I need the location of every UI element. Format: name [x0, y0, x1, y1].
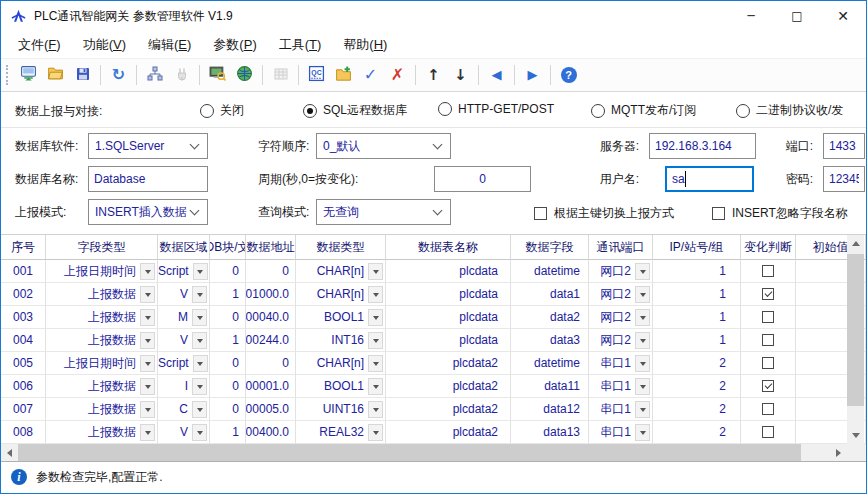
cell-field_type[interactable]: 上报日期时间: [46, 260, 158, 283]
change-checkbox[interactable]: [762, 357, 774, 369]
port-dropdown-button[interactable]: [635, 309, 650, 326]
cell-field[interactable]: datetime: [511, 260, 589, 283]
cell-no[interactable]: 002: [1, 283, 46, 306]
change-checkbox[interactable]: [762, 403, 774, 415]
col-header-area[interactable]: 数据区域: [158, 235, 210, 260]
delete-x-button[interactable]: ✗: [384, 62, 411, 88]
area-dropdown-button[interactable]: [192, 424, 207, 441]
move-up-button[interactable]: ↑: [420, 62, 447, 88]
port-dropdown-button[interactable]: [635, 378, 650, 395]
cell-db[interactable]: 0: [210, 260, 246, 283]
cell-area[interactable]: M: [158, 306, 210, 329]
cell-port[interactable]: 串口1: [589, 398, 653, 421]
add-group-button[interactable]: [330, 62, 357, 88]
cell-no[interactable]: 008: [1, 421, 46, 444]
cell-table[interactable]: plcdata2: [386, 421, 511, 444]
device-sync-button[interactable]: [15, 62, 42, 88]
dtype-dropdown-button[interactable]: [368, 309, 383, 326]
radio-http-get-post[interactable]: HTTP-GET/POST: [438, 102, 554, 116]
cell-table[interactable]: plcdata2: [386, 375, 511, 398]
scroll-down-button[interactable]: [847, 427, 864, 444]
cell-area[interactable]: Script: [158, 352, 210, 375]
field_type-dropdown-button[interactable]: [140, 286, 155, 303]
cell-table[interactable]: plcdata2: [386, 398, 511, 421]
change-checkbox[interactable]: [762, 380, 774, 392]
cell-dtype[interactable]: UINT16: [296, 398, 386, 421]
cell-table[interactable]: plcdata2: [386, 352, 511, 375]
cell-dtype[interactable]: REAL32: [296, 421, 386, 444]
col-header-change[interactable]: 变化判断: [741, 235, 796, 260]
cell-table[interactable]: plcdata: [386, 306, 511, 329]
menu-item-params[interactable]: 参数(P): [202, 32, 267, 58]
field_type-dropdown-button[interactable]: [140, 309, 155, 326]
cell-change[interactable]: [741, 352, 796, 375]
cell-area[interactable]: I: [158, 375, 210, 398]
cell-area[interactable]: V: [158, 329, 210, 352]
cell-port[interactable]: 串口1: [589, 375, 653, 398]
switch-by-key-checkbox[interactable]: 根据主键切换上报方式: [534, 205, 674, 222]
cell-table[interactable]: plcdata: [386, 329, 511, 352]
toolbar-grip[interactable]: [6, 65, 10, 85]
cell-change[interactable]: [741, 398, 796, 421]
area-dropdown-button[interactable]: [192, 286, 207, 303]
cell-field_type[interactable]: 上报数据: [46, 398, 158, 421]
port-dropdown-button[interactable]: [635, 286, 650, 303]
cell-area[interactable]: V: [158, 283, 210, 306]
cell-no[interactable]: 006: [1, 375, 46, 398]
change-checkbox[interactable]: [762, 426, 774, 438]
radio-sql-remote-db[interactable]: SQL远程数据库: [303, 102, 407, 119]
change-checkbox[interactable]: [762, 265, 774, 277]
col-header-field_type[interactable]: 字段类型: [46, 235, 158, 260]
area-dropdown-button[interactable]: [192, 378, 207, 395]
cell-dtype[interactable]: CHAR[n]: [296, 260, 386, 283]
monitor-view-button[interactable]: [204, 62, 231, 88]
period-input[interactable]: [434, 166, 531, 192]
dtype-dropdown-button[interactable]: [368, 286, 383, 303]
radio-binary-protocol[interactable]: 二进制协议收/发: [736, 102, 843, 119]
db-name-input[interactable]: [88, 166, 208, 192]
cell-field_type[interactable]: 上报日期时间: [46, 352, 158, 375]
change-checkbox[interactable]: [762, 311, 774, 323]
field_type-dropdown-button[interactable]: [140, 401, 155, 418]
cell-field[interactable]: datetime: [511, 352, 589, 375]
cell-port[interactable]: 串口1: [589, 421, 653, 444]
horizontal-scroll-thumb[interactable]: [18, 444, 801, 461]
vertical-scroll-thumb[interactable]: [847, 254, 864, 406]
cell-db[interactable]: 0: [210, 398, 246, 421]
cell-no[interactable]: 005: [1, 352, 46, 375]
field_type-dropdown-button[interactable]: [140, 378, 155, 395]
password-input[interactable]: [823, 166, 865, 192]
cell-addr[interactable]: 0: [246, 260, 296, 283]
scroll-right-button[interactable]: [830, 444, 847, 461]
cell-station[interactable]: 2: [653, 375, 741, 398]
cell-field[interactable]: data1: [511, 283, 589, 306]
dtype-dropdown-button[interactable]: [368, 332, 383, 349]
menu-item-file[interactable]: 文件(F): [7, 32, 72, 58]
area-dropdown-button[interactable]: [193, 355, 208, 372]
change-checkbox[interactable]: [762, 334, 774, 346]
cell-dtype[interactable]: CHAR[n]: [296, 283, 386, 306]
cell-area[interactable]: C: [158, 398, 210, 421]
scroll-up-button[interactable]: [847, 235, 864, 252]
refresh-button[interactable]: ↻: [105, 62, 132, 88]
report-mode-select[interactable]: INSERT插入数据: [88, 199, 208, 225]
cell-db[interactable]: 1: [210, 283, 246, 306]
scroll-left-button[interactable]: [1, 444, 18, 461]
save-file-button[interactable]: [69, 62, 96, 88]
cell-field[interactable]: data13: [511, 421, 589, 444]
cell-change[interactable]: [741, 283, 796, 306]
cell-port[interactable]: 网口2: [589, 260, 653, 283]
cell-addr[interactable]: 00400.0: [246, 421, 296, 444]
cell-field_type[interactable]: 上报数据: [46, 375, 158, 398]
insert-ignore-checkbox[interactable]: INSERT忽略字段名称: [712, 205, 848, 222]
menu-item-tools[interactable]: 工具(T): [268, 32, 333, 58]
move-down-button[interactable]: ↓: [447, 62, 474, 88]
col-header-field[interactable]: 数据字段: [511, 235, 589, 260]
radio-mqtt-pub-sub[interactable]: MQTT发布/订阅: [591, 102, 696, 119]
help-button[interactable]: ?: [555, 62, 582, 88]
vertical-scrollbar[interactable]: [847, 235, 864, 444]
cell-station[interactable]: 1: [653, 329, 741, 352]
cell-station[interactable]: 1: [653, 260, 741, 283]
col-header-addr[interactable]: 数据地址: [246, 235, 296, 260]
cell-field[interactable]: data12: [511, 398, 589, 421]
